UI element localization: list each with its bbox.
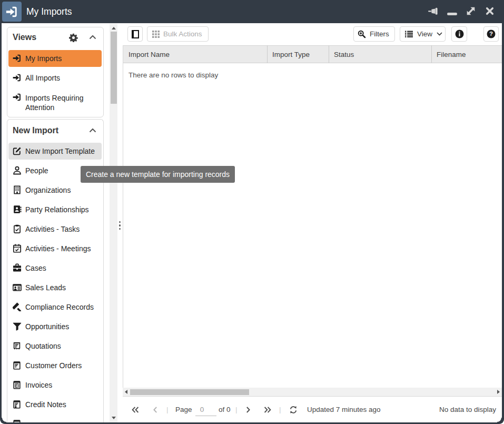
- svg-text:?: ?: [489, 31, 493, 37]
